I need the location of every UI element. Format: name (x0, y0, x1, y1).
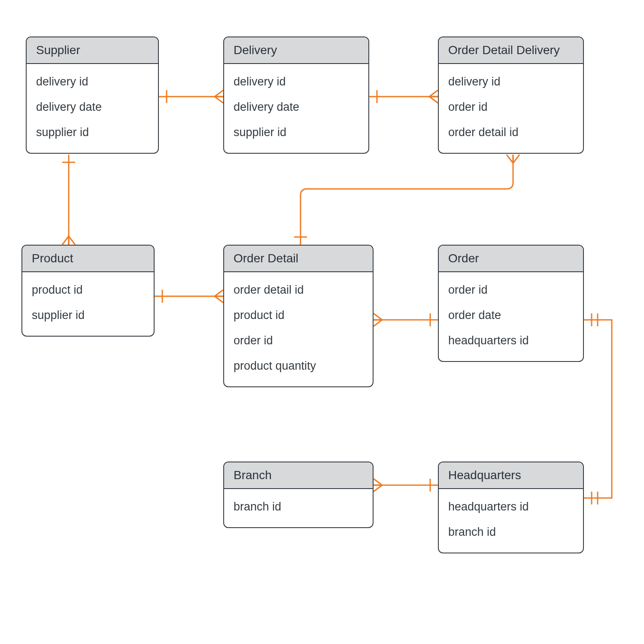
svg-line-36 (374, 485, 382, 492)
attr: order id (234, 328, 363, 353)
entity-body: headquarters id branch id (439, 489, 583, 553)
entity-branch[interactable]: Branch branch id (223, 462, 374, 528)
entity-body: order id order date headquarters id (439, 272, 583, 361)
attr: order detail id (448, 120, 574, 145)
entity-title: Order (439, 246, 583, 272)
entity-headquarters[interactable]: Headquarters headquarters id branch id (438, 462, 584, 553)
attr: order detail id (234, 277, 363, 303)
attr: delivery id (36, 69, 149, 94)
entity-product[interactable]: Product product id supplier id (21, 245, 155, 337)
entity-order-detail[interactable]: Order Detail order detail id product id … (223, 245, 374, 387)
svg-line-12 (62, 236, 69, 245)
attr: headquarters id (448, 494, 574, 519)
rel-orderdetail-order (374, 313, 438, 326)
attr: branch id (448, 519, 574, 545)
entity-title: Order Detail Delivery (439, 37, 583, 64)
attr: product id (234, 303, 363, 328)
svg-line-28 (513, 155, 519, 163)
entity-title: Order Detail (224, 246, 373, 272)
svg-line-17 (215, 290, 223, 296)
attr: branch id (234, 494, 363, 519)
entity-order-detail-delivery[interactable]: Order Detail Delivery delivery id order … (438, 36, 584, 154)
svg-line-14 (69, 236, 75, 245)
entity-body: branch id (224, 489, 373, 527)
svg-line-19 (215, 296, 223, 303)
svg-line-2 (215, 90, 223, 97)
attr: delivery id (234, 69, 359, 94)
entity-title: Branch (224, 462, 373, 489)
rel-delivery-odd (369, 90, 438, 103)
svg-line-7 (429, 90, 438, 97)
entity-body: delivery id delivery date supplier id (27, 64, 158, 153)
rel-supplier-delivery (159, 90, 223, 103)
entity-order[interactable]: Order order id order date headquarters i… (438, 245, 584, 362)
entity-body: product id supplier id (22, 272, 154, 336)
entity-body: delivery id delivery date supplier id (224, 64, 368, 153)
entity-title: Delivery (224, 37, 368, 64)
attr: product id (32, 277, 144, 303)
svg-line-4 (215, 97, 223, 103)
attr: delivery date (234, 94, 359, 120)
attr: headquarters id (448, 328, 574, 353)
rel-supplier-product (62, 155, 75, 245)
rel-product-orderdetail (155, 290, 223, 303)
rel-branch-headquarters (374, 479, 438, 492)
rel-orderdetail-odd (294, 155, 519, 245)
attr: order id (448, 94, 574, 120)
svg-line-23 (374, 320, 382, 326)
er-diagram: Supplier delivery id delivery date suppl… (0, 0, 644, 644)
rel-order-headquarters (584, 313, 612, 504)
attr: supplier id (234, 120, 359, 145)
entity-supplier[interactable]: Supplier delivery id delivery date suppl… (26, 36, 159, 154)
attr: order id (448, 277, 574, 303)
entity-body: order detail id product id order id prod… (224, 272, 373, 386)
entity-delivery[interactable]: Delivery delivery id delivery date suppl… (223, 36, 369, 154)
svg-line-9 (429, 97, 438, 103)
svg-line-26 (507, 155, 513, 163)
svg-line-21 (374, 313, 382, 320)
attr: supplier id (32, 303, 144, 328)
entity-title: Product (22, 246, 154, 272)
attr: delivery date (36, 94, 149, 120)
attr: order date (448, 303, 574, 328)
attr: product quantity (234, 353, 363, 379)
svg-line-34 (374, 479, 382, 485)
entity-title: Supplier (27, 37, 158, 64)
entity-body: delivery id order id order detail id (439, 64, 583, 153)
attr: delivery id (448, 69, 574, 94)
entity-title: Headquarters (439, 462, 583, 489)
attr: supplier id (36, 120, 149, 145)
